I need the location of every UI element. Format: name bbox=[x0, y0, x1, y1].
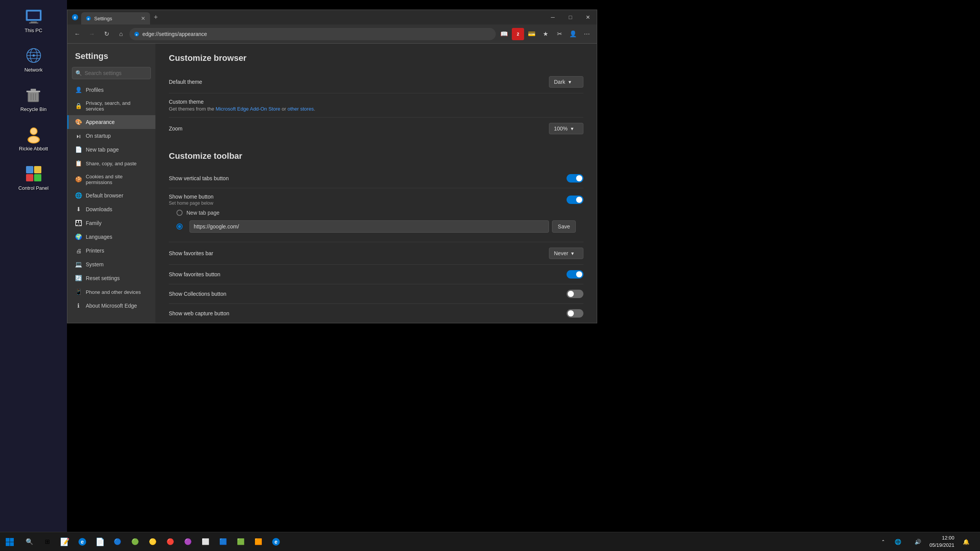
sidebar-item-profiles[interactable]: 👤 Profiles bbox=[67, 83, 155, 97]
browser-favicon: e bbox=[71, 13, 79, 21]
zoom-select[interactable]: 100% ▾ bbox=[549, 123, 583, 134]
taskbar-icon-8[interactable]: 🔴 bbox=[162, 533, 179, 550]
desktop-icon-rickie-abbott[interactable]: Rickie Abbott bbox=[17, 122, 51, 154]
home-button-row: Show home button Set home page below New… bbox=[169, 188, 583, 242]
taskbar-system-tray[interactable]: ⌃ bbox=[880, 533, 887, 550]
sidebar-item-appearance[interactable]: 🎨 Appearance bbox=[67, 115, 155, 129]
web-capture-label: Show web capture button bbox=[169, 310, 229, 316]
sidebar-item-on-startup[interactable]: ⏯ On startup bbox=[67, 129, 155, 143]
search-box: 🔍 bbox=[72, 67, 151, 79]
save-home-url-button[interactable]: Save bbox=[552, 220, 576, 233]
close-button[interactable]: ✕ bbox=[579, 10, 597, 24]
web-capture-icon[interactable]: ✂ bbox=[553, 28, 565, 40]
new-tab-radio-label: New tab page bbox=[186, 210, 219, 216]
url-radio-circle[interactable] bbox=[176, 223, 183, 230]
reading-list-icon[interactable]: 📖 bbox=[498, 28, 510, 40]
taskbar-icon-10[interactable]: ⬜ bbox=[197, 533, 214, 550]
sidebar-item-printers[interactable]: 🖨 Printers bbox=[67, 244, 155, 258]
this-pc-label: This PC bbox=[24, 28, 42, 33]
minimize-button[interactable]: ─ bbox=[544, 10, 562, 24]
taskbar-search-icon[interactable]: 🔍 bbox=[21, 533, 38, 550]
url-bar[interactable]: e edge://settings/appearance bbox=[129, 28, 496, 40]
taskbar-volume-icon[interactable]: 🔊 bbox=[910, 533, 926, 550]
more-options-icon[interactable]: ⋯ bbox=[581, 28, 593, 40]
toggle-knob bbox=[576, 197, 582, 203]
collections-icon[interactable]: 2 bbox=[512, 28, 524, 40]
sidebar-item-cookies[interactable]: 🍪 Cookies and site permissions bbox=[67, 170, 155, 189]
browser-tab[interactable]: e Settings ✕ bbox=[81, 12, 150, 24]
custom-theme-label: Custom theme bbox=[169, 99, 204, 105]
customize-toolbar-title: Customize toolbar bbox=[169, 151, 583, 161]
new-tab-radio-option[interactable]: New tab page bbox=[176, 210, 576, 216]
addon-store-link[interactable]: Microsoft Edge Add-On Store bbox=[216, 106, 280, 112]
refresh-button[interactable]: ↻ bbox=[100, 28, 113, 40]
default-theme-row: Default theme Dark ▾ bbox=[169, 71, 583, 93]
taskbar-clock[interactable]: 12:00 05/19/2021 bbox=[929, 535, 954, 548]
sidebar-item-label-downloads: Downloads bbox=[86, 206, 112, 212]
home-url-row: Save bbox=[176, 220, 576, 233]
search-input[interactable] bbox=[72, 67, 151, 79]
sidebar-item-languages[interactable]: 🌍 Languages bbox=[67, 230, 155, 244]
desktop-icon-recycle-bin[interactable]: Recycle Bin bbox=[18, 83, 49, 114]
taskbar-icon-12[interactable]: 🟩 bbox=[232, 533, 249, 550]
svg-rect-20 bbox=[26, 166, 33, 173]
other-stores-link[interactable]: other stores bbox=[287, 106, 314, 112]
system-icon: 💻 bbox=[75, 261, 82, 268]
home-nav-button[interactable]: ⌂ bbox=[115, 28, 127, 40]
wallet-icon[interactable]: 💳 bbox=[526, 28, 538, 40]
sidebar-item-phone[interactable]: 📱 Phone and other devices bbox=[67, 285, 155, 299]
start-button[interactable] bbox=[0, 532, 19, 551]
forward-button[interactable]: → bbox=[86, 28, 98, 40]
vertical-tabs-toggle[interactable] bbox=[567, 174, 583, 183]
favorites-button-toggle[interactable] bbox=[567, 270, 583, 279]
toolbar-icons: 📖 2 💳 ★ ✂ 👤 ⋯ bbox=[498, 28, 593, 40]
favorites-bar-select[interactable]: Never ▾ bbox=[549, 248, 583, 259]
taskbar-icon-7[interactable]: 🟡 bbox=[144, 533, 161, 550]
default-theme-select[interactable]: Dark ▾ bbox=[549, 76, 583, 88]
profile-icon[interactable]: 👤 bbox=[567, 28, 579, 40]
svg-rect-12 bbox=[31, 89, 36, 91]
sidebar-item-default-browser[interactable]: 🌐 Default browser bbox=[67, 189, 155, 202]
sidebar-item-new-tab[interactable]: 📄 New tab page bbox=[67, 143, 155, 156]
family-icon: 👨‍👩‍👧 bbox=[75, 220, 82, 227]
web-capture-row: Show web capture button bbox=[169, 304, 583, 323]
home-button-label: Show home button bbox=[169, 194, 214, 200]
taskbar-taskview-icon[interactable]: ⊞ bbox=[39, 533, 56, 550]
sidebar-item-privacy[interactable]: 🔒 Privacy, search, and services bbox=[67, 97, 155, 115]
default-browser-icon: 🌐 bbox=[75, 192, 82, 199]
phone-icon: 📱 bbox=[75, 289, 82, 295]
sidebar-item-share-copy[interactable]: 📋 Share, copy, and paste bbox=[67, 156, 155, 170]
taskbar-icon-11[interactable]: 🟦 bbox=[215, 533, 232, 550]
favorites-icon[interactable]: ★ bbox=[539, 28, 552, 40]
taskbar-edge-pinned-icon[interactable]: e bbox=[268, 533, 284, 550]
sidebar-item-about[interactable]: ℹ About Microsoft Edge bbox=[67, 299, 155, 313]
sidebar-item-system[interactable]: 💻 System bbox=[67, 258, 155, 271]
svg-rect-32 bbox=[6, 542, 10, 546]
svg-rect-23 bbox=[34, 174, 41, 181]
taskbar-icon-6[interactable]: 🟢 bbox=[127, 533, 144, 550]
tab-close-button[interactable]: ✕ bbox=[141, 15, 145, 21]
maximize-button[interactable]: □ bbox=[562, 10, 579, 24]
taskbar-icon-5[interactable]: 🔵 bbox=[109, 533, 126, 550]
desktop-icon-control-panel[interactable]: Control Panel bbox=[16, 161, 51, 193]
desktop-icon-this-pc[interactable]: This PC bbox=[21, 4, 46, 36]
taskbar-word-icon[interactable]: 📝 bbox=[56, 533, 73, 550]
taskbar-notification-icon[interactable]: 🔔 bbox=[957, 533, 974, 550]
taskbar-edge-icon[interactable]: e bbox=[74, 533, 91, 550]
taskbar-icon-13[interactable]: 🟧 bbox=[250, 533, 267, 550]
sidebar-item-family[interactable]: 👨‍👩‍👧 Family bbox=[67, 216, 155, 230]
taskbar-icon-9[interactable]: 🟣 bbox=[180, 533, 196, 550]
web-capture-toggle[interactable] bbox=[567, 309, 583, 318]
desktop-icon-network[interactable]: Network bbox=[21, 43, 46, 75]
toggle-knob bbox=[568, 291, 574, 297]
new-tab-button[interactable]: + bbox=[150, 11, 162, 23]
collections-button-toggle[interactable] bbox=[567, 290, 583, 298]
home-button-toggle[interactable] bbox=[567, 196, 583, 204]
taskbar-network-icon[interactable]: 🌐 bbox=[890, 533, 906, 550]
back-button[interactable]: ← bbox=[71, 28, 83, 40]
taskbar-acrobat-icon[interactable]: 📄 bbox=[91, 533, 108, 550]
sidebar-item-reset[interactable]: 🔄 Reset settings bbox=[67, 271, 155, 285]
svg-text:e: e bbox=[87, 17, 89, 21]
sidebar-item-downloads[interactable]: ⬇ Downloads bbox=[67, 202, 155, 216]
home-url-input[interactable] bbox=[189, 220, 549, 233]
